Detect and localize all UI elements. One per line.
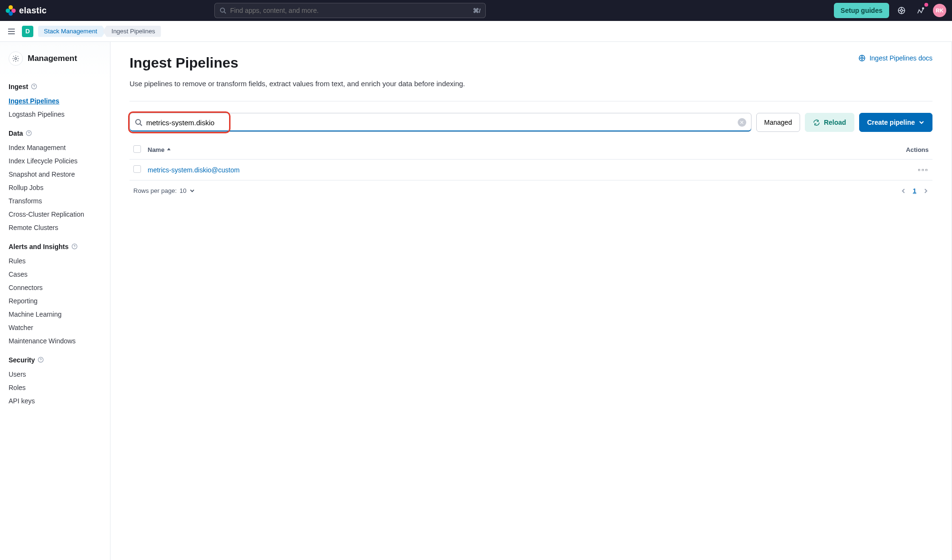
- sidebar-item-maintenance-windows[interactable]: Maintenance Windows: [0, 334, 110, 348]
- svg-line-24: [140, 124, 142, 126]
- docs-link-label: Ingest Pipelines docs: [870, 54, 932, 62]
- sidebar-section-data: Data: [0, 121, 110, 141]
- global-search-input[interactable]: [230, 7, 472, 14]
- breadcrumb: Stack Management Ingest Pipelines: [38, 26, 161, 37]
- page-number[interactable]: 1: [913, 187, 916, 194]
- svg-point-0: [220, 8, 225, 12]
- brand-name: elastic: [19, 6, 47, 16]
- row-checkbox[interactable]: [133, 165, 141, 173]
- create-pipeline-label: Create pipeline: [867, 119, 915, 126]
- column-header-actions: Actions: [891, 146, 929, 153]
- top-header: elastic ⌘/ Setup guides RK: [0, 0, 952, 21]
- rows-per-page-label: Rows per page:: [133, 187, 177, 194]
- pipeline-search[interactable]: ✕: [130, 113, 752, 132]
- sidebar-item-transforms[interactable]: Transforms: [0, 194, 110, 208]
- docs-icon: [858, 54, 866, 62]
- reload-label: Reload: [824, 119, 846, 126]
- sidebar-item-connectors[interactable]: Connectors: [0, 281, 110, 294]
- info-icon[interactable]: [38, 357, 44, 363]
- boxes-icon: ▫▫▫: [918, 166, 929, 174]
- select-all-checkbox[interactable]: [133, 145, 141, 153]
- rows-per-page-value: 10: [180, 187, 186, 194]
- notification-dot: [924, 3, 928, 7]
- svg-line-1: [224, 12, 226, 14]
- newsfeed-icon[interactable]: [914, 4, 927, 17]
- sort-asc-icon: [166, 147, 171, 152]
- sidebar-item-index-lifecycle-policies[interactable]: Index Lifecycle Policies: [0, 154, 110, 168]
- clear-search-icon[interactable]: ✕: [738, 118, 746, 127]
- reload-button[interactable]: Reload: [805, 113, 854, 132]
- svg-point-8: [922, 8, 924, 9]
- space-badge[interactable]: D: [22, 26, 33, 37]
- sidebar-item-reporting[interactable]: Reporting: [0, 294, 110, 308]
- sub-header: D Stack Management Ingest Pipelines: [0, 21, 952, 42]
- setup-guides-button[interactable]: Setup guides: [834, 3, 889, 18]
- search-icon: [135, 119, 142, 126]
- brand-logo[interactable]: elastic: [6, 5, 47, 16]
- sidebar: Management Ingest Ingest Pipelines Logst…: [0, 42, 110, 560]
- pipelines-table: Name Actions metrics-system.diskio@custo…: [130, 140, 932, 194]
- sidebar-title: Management: [28, 54, 77, 63]
- sidebar-item-roles[interactable]: Roles: [0, 381, 110, 394]
- elastic-logo-icon: [6, 5, 16, 16]
- info-icon[interactable]: [26, 130, 32, 137]
- sidebar-section-security: Security: [0, 348, 110, 368]
- sidebar-item-rules[interactable]: Rules: [0, 254, 110, 268]
- info-icon[interactable]: [31, 83, 38, 90]
- table-footer: Rows per page: 10 1: [130, 180, 932, 194]
- docs-link[interactable]: Ingest Pipelines docs: [858, 54, 932, 62]
- nav-toggle-icon[interactable]: [6, 26, 17, 37]
- pagination: 1: [901, 187, 929, 194]
- managed-filter-button[interactable]: Managed: [756, 113, 800, 132]
- breadcrumb-item-ingest-pipelines[interactable]: Ingest Pipelines: [103, 26, 161, 37]
- row-actions-menu[interactable]: ▫▫▫: [891, 166, 929, 174]
- chevron-down-icon: [919, 120, 924, 125]
- page-description: Use pipelines to remove or transform fie…: [130, 78, 472, 90]
- global-search[interactable]: ⌘/: [214, 3, 486, 18]
- sidebar-item-ingest-pipelines[interactable]: Ingest Pipelines: [0, 94, 110, 108]
- sidebar-item-remote-clusters[interactable]: Remote Clusters: [0, 221, 110, 234]
- svg-point-3: [901, 10, 903, 12]
- info-icon[interactable]: [71, 243, 78, 250]
- sidebar-title-row: Management: [0, 51, 110, 74]
- search-icon: [220, 7, 226, 14]
- gear-icon: [9, 51, 23, 66]
- table-row: metrics-system.diskio@custom ▫▫▫: [130, 160, 932, 180]
- sidebar-item-index-management[interactable]: Index Management: [0, 141, 110, 154]
- page-title: Ingest Pipelines: [130, 54, 238, 71]
- chevron-down-icon: [190, 188, 195, 193]
- pipeline-search-input[interactable]: [146, 119, 738, 127]
- table-header: Name Actions: [130, 140, 932, 160]
- breadcrumb-item-stack-management[interactable]: Stack Management: [38, 26, 106, 37]
- divider: [130, 101, 932, 101]
- create-pipeline-button[interactable]: Create pipeline: [859, 113, 932, 132]
- sidebar-item-cross-cluster-replication[interactable]: Cross-Cluster Replication: [0, 208, 110, 221]
- rows-per-page-selector[interactable]: Rows per page: 10: [133, 187, 195, 194]
- pipeline-name-link[interactable]: metrics-system.diskio@custom: [148, 166, 891, 174]
- main-content: Ingest Pipelines Ingest Pipelines docs U…: [110, 42, 952, 560]
- search-shortcut: ⌘/: [473, 7, 481, 14]
- help-icon[interactable]: [895, 4, 908, 17]
- sidebar-item-logstash-pipelines[interactable]: Logstash Pipelines: [0, 108, 110, 121]
- sidebar-item-api-keys[interactable]: API keys: [0, 394, 110, 408]
- sidebar-item-machine-learning[interactable]: Machine Learning: [0, 308, 110, 321]
- refresh-icon: [813, 119, 820, 126]
- svg-point-18: [861, 57, 863, 59]
- sidebar-item-cases[interactable]: Cases: [0, 268, 110, 281]
- sidebar-item-users[interactable]: Users: [0, 368, 110, 381]
- user-avatar[interactable]: RK: [933, 4, 946, 17]
- next-page-icon[interactable]: [923, 188, 929, 194]
- sidebar-section-alerts-and-insights: Alerts and Insights: [0, 234, 110, 254]
- svg-point-12: [15, 58, 17, 60]
- sidebar-item-watcher[interactable]: Watcher: [0, 321, 110, 334]
- column-header-name[interactable]: Name: [148, 146, 891, 153]
- prev-page-icon[interactable]: [901, 188, 906, 194]
- toolbar: ✕ Managed Reload Create pipeline: [130, 113, 932, 132]
- sidebar-section-ingest: Ingest: [0, 74, 110, 94]
- sidebar-item-rollup-jobs[interactable]: Rollup Jobs: [0, 181, 110, 194]
- svg-point-23: [136, 120, 140, 124]
- sidebar-item-snapshot-and-restore[interactable]: Snapshot and Restore: [0, 168, 110, 181]
